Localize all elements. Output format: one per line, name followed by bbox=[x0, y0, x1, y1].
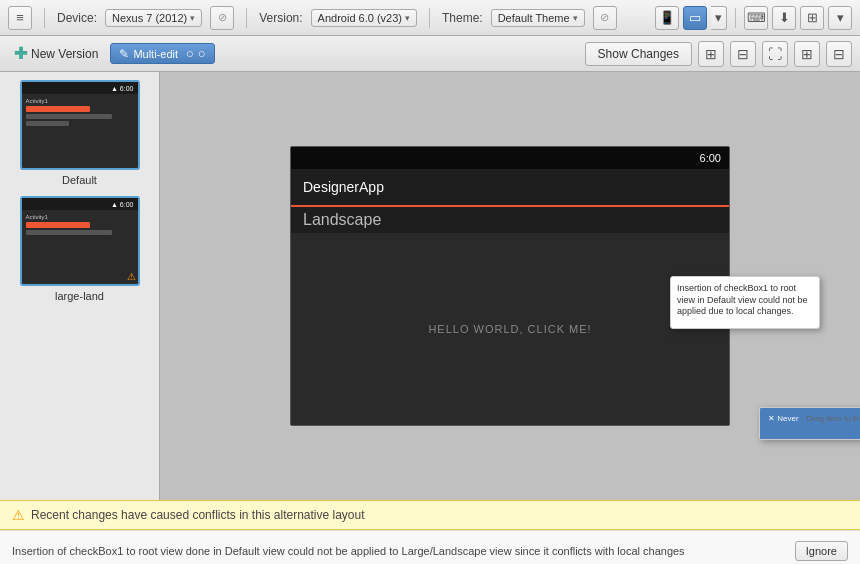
thumbnail-signal: ▲ 6:00 bbox=[111, 85, 134, 92]
error-message: Insertion of checkBox1 to root view done… bbox=[12, 545, 685, 557]
phone-frame[interactable]: 6:00 DesignerApp Landscape HELLO WORLD, … bbox=[290, 146, 730, 426]
variant-default-wrapper: ▲ 6:00 Activity1 Default › • bbox=[8, 80, 151, 186]
variant-largeland-thumbnail[interactable]: ▲ 6:00 Activity1 ⚠ bbox=[20, 196, 140, 286]
main-area: ▲ 6:00 Activity1 Default › • ▲ bbox=[0, 72, 860, 500]
plus-icon: ✚ bbox=[14, 44, 27, 63]
phone-container: 6:00 DesignerApp Landscape HELLO WORLD, … bbox=[290, 146, 730, 426]
ignore-button[interactable]: Ignore bbox=[795, 541, 848, 561]
version-select[interactable]: Android 6.0 (v23) ▾ bbox=[311, 9, 417, 27]
largeland-thumb-title: Activity1 bbox=[26, 214, 134, 220]
warning-message: Recent changes have caused conflicts in … bbox=[31, 508, 365, 522]
second-toolbar: ✚ New Version ✎ Multi-edit ○ ○ Show Chan… bbox=[0, 36, 860, 72]
drag-text: Drag Item to the layout bbox=[807, 414, 860, 423]
multi-edit-icon: ✎ bbox=[119, 47, 129, 61]
new-version-label: New Version bbox=[31, 47, 98, 61]
popup-action-row: ✕ Never Drag Item to the layout bbox=[764, 413, 860, 424]
left-panel: ▲ 6:00 Activity1 Default › • ▲ bbox=[0, 72, 160, 500]
never-button[interactable]: ✕ Never bbox=[764, 413, 803, 424]
conflict-action: ✕ Never Drag Item to the layout Ignore C… bbox=[759, 407, 860, 440]
menu-icon-area: ≡ bbox=[8, 6, 32, 30]
phone-content-text: HELLO WORLD, CLICK ME! bbox=[428, 323, 591, 335]
device-label: Device: bbox=[57, 11, 97, 25]
more-icon[interactable]: ▾ bbox=[828, 6, 852, 30]
phone-subtitle-bar: Landscape bbox=[291, 205, 729, 233]
warning-badge: ⚠ bbox=[127, 271, 136, 282]
device-select[interactable]: Nexus 7 (2012) ▾ bbox=[105, 9, 202, 27]
phone-time: 6:00 bbox=[700, 152, 721, 164]
largeland-thumb-bar: ▲ 6:00 bbox=[22, 198, 138, 210]
thumbnail-line-2 bbox=[26, 114, 112, 119]
variant-default-thumbnail[interactable]: ▲ 6:00 Activity1 bbox=[20, 80, 140, 170]
phone-content-area: HELLO WORLD, CLICK ME! bbox=[291, 233, 729, 425]
device-settings-icon[interactable]: ⊘ bbox=[210, 6, 234, 30]
show-changes-button[interactable]: Show Changes bbox=[585, 42, 692, 66]
conflict-popup: Insertion of checkBox1 to root view in D… bbox=[670, 276, 820, 329]
largeland-line-1 bbox=[26, 222, 91, 228]
largeland-thumb-signal: ▲ 6:00 bbox=[111, 201, 134, 208]
divider-2 bbox=[246, 8, 247, 28]
largeland-thumb-content: Activity1 bbox=[22, 210, 138, 241]
phone-status-bar: 6:00 bbox=[291, 147, 729, 169]
divider-3 bbox=[429, 8, 430, 28]
largeland-line-2 bbox=[26, 230, 112, 235]
phone-subtitle: Landscape bbox=[303, 211, 381, 229]
error-bar: Insertion of checkBox1 to root view done… bbox=[0, 530, 860, 564]
layout-icon-2[interactable]: ⊟ bbox=[730, 41, 756, 67]
phone-icon[interactable]: 📱 bbox=[655, 6, 679, 30]
phone-app-bar: DesignerApp bbox=[291, 169, 729, 205]
new-version-button[interactable]: ✚ New Version bbox=[8, 42, 104, 65]
ignore-conflict-button[interactable]: Ignore Conflict bbox=[764, 428, 860, 438]
divider-1 bbox=[44, 8, 45, 28]
download-icon[interactable]: ⬇ bbox=[772, 6, 796, 30]
layout-fullscreen-icon[interactable]: ⛶ bbox=[762, 41, 788, 67]
variant-largeland-wrapper: ▲ 6:00 Activity1 ⚠ large-land • › bbox=[8, 196, 151, 302]
dropdown-icon[interactable]: ▾ bbox=[711, 6, 727, 30]
grid-icon[interactable]: ⊞ bbox=[800, 6, 824, 30]
tablet-landscape-icon[interactable]: ▭ bbox=[683, 6, 707, 30]
phone-app-name: DesignerApp bbox=[303, 179, 384, 195]
variant-default[interactable]: ▲ 6:00 Activity1 Default bbox=[8, 80, 151, 186]
variant-default-label: Default bbox=[62, 174, 97, 186]
multi-edit-button[interactable]: ✎ Multi-edit ○ ○ bbox=[110, 43, 214, 64]
warning-icon: ⚠ bbox=[12, 507, 25, 523]
thumbnail-bar: ▲ 6:00 bbox=[22, 82, 138, 94]
multi-edit-label: Multi-edit bbox=[133, 48, 178, 60]
theme-select[interactable]: Default Theme ▾ bbox=[491, 9, 585, 27]
layout-minus-icon[interactable]: ⊟ bbox=[826, 41, 852, 67]
multi-edit-o: ○ bbox=[198, 46, 206, 61]
top-toolbar: ≡ Device: Nexus 7 (2012) ▾ ⊘ Version: An… bbox=[0, 0, 860, 36]
layout-icon-1[interactable]: ⊞ bbox=[698, 41, 724, 67]
thumbnail-title: Activity1 bbox=[26, 98, 134, 104]
theme-arrow: ▾ bbox=[573, 13, 578, 23]
toolbar-right: 📱 ▭ ▾ ⌨ ⬇ ⊞ ▾ bbox=[655, 6, 852, 30]
layout-plus-icon[interactable]: ⊞ bbox=[794, 41, 820, 67]
variant-largeland[interactable]: ▲ 6:00 Activity1 ⚠ large-land bbox=[8, 196, 151, 302]
warning-bar: ⚠ Recent changes have caused conflicts i… bbox=[0, 500, 860, 530]
thumbnail-content: Activity1 bbox=[22, 94, 138, 132]
thumbnail-line-1 bbox=[26, 106, 91, 112]
version-arrow: ▾ bbox=[405, 13, 410, 23]
multi-edit-x: ○ bbox=[186, 46, 194, 61]
canvas-area: 6:00 DesignerApp Landscape HELLO WORLD, … bbox=[160, 72, 860, 500]
version-label: Version: bbox=[259, 11, 302, 25]
theme-settings-icon[interactable]: ⊘ bbox=[593, 6, 617, 30]
thumbnail-line-3 bbox=[26, 121, 69, 126]
variant-largeland-label: large-land bbox=[55, 290, 104, 302]
keyboard-icon[interactable]: ⌨ bbox=[744, 6, 768, 30]
divider-4 bbox=[735, 8, 736, 28]
theme-label: Theme: bbox=[442, 11, 483, 25]
conflict-popup-title: Insertion of checkBox1 to root view in D… bbox=[677, 283, 813, 318]
menu-button[interactable]: ≡ bbox=[8, 6, 32, 30]
device-arrow: ▾ bbox=[190, 13, 195, 23]
